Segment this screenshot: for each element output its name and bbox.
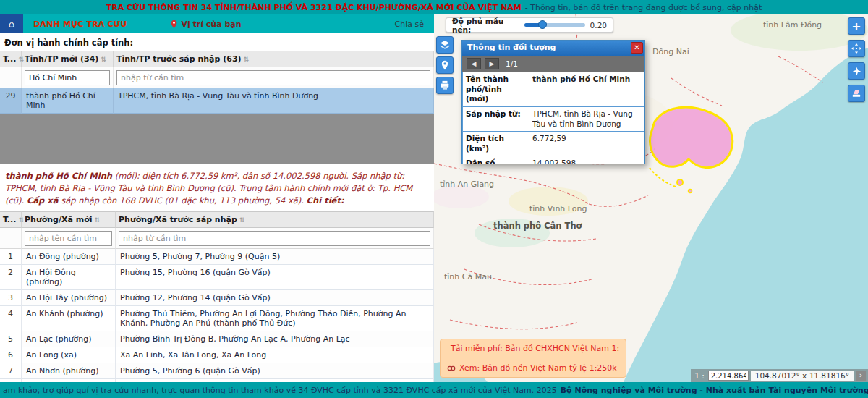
popup-title-bar[interactable]: Thông tin đối tượng ✕: [462, 41, 644, 56]
ward-col-old[interactable]: Phường/Xã trước sáp nhập ⇅: [116, 211, 434, 228]
map-toolbar-left: [436, 36, 454, 94]
print-button[interactable]: [436, 77, 454, 94]
province-filter-new-input[interactable]: [25, 70, 110, 85]
locate-button[interactable]: [436, 56, 454, 74]
popup-next-button[interactable]: ▶: [485, 58, 499, 69]
ward-filter-new-input[interactable]: [25, 231, 112, 246]
province-row-selected[interactable]: 29 thành phố Hồ Chí Minh TPHCM, tỉnh Bà …: [0, 88, 434, 114]
province-table-header: T... ⇅ Tỉnh/TP mới (34) ⇅ Tỉnh/TP trước …: [0, 51, 434, 67]
nav-menu-link[interactable]: DANH MỤC TRA CỨU: [33, 20, 127, 29]
popup-close-button[interactable]: ✕: [631, 42, 643, 54]
page-subtitle: - Thông tin, bản đồ trên trang đang được…: [525, 3, 762, 12]
my-location-link[interactable]: Vị trí của bạn: [170, 20, 241, 29]
opacity-slider-handle[interactable]: [538, 20, 547, 29]
sort-icon: ⇅: [95, 216, 101, 224]
map-label-vinh-long: tỉnh Vĩnh Long: [529, 204, 587, 213]
clear-button[interactable]: [848, 85, 865, 102]
popup-pager: ◀ ▶ 1/1: [462, 56, 644, 72]
panel-nav-bar: ⌂ DANH MỤC TRA CỨU Vị trí của bạn Chia s…: [0, 14, 434, 33]
province-col-stt[interactable]: T... ⇅: [0, 51, 22, 67]
province-col-old[interactable]: Tỉnh/TP trước sáp nhập (63) ⇅: [114, 51, 434, 67]
plus-icon: +: [851, 20, 861, 33]
table-empty-area: [0, 114, 434, 164]
next-icon: ▶: [490, 60, 495, 67]
ward-filter-old-input[interactable]: [119, 231, 430, 246]
location-pin-icon: [170, 20, 178, 29]
ward-rows: 1 An Đông (phường) Phường 5, Phường 7, P…: [0, 249, 434, 382]
map-toolbar-right: +: [848, 17, 865, 102]
basemap-opacity-control: Độ phủ mầu nền: 0.20: [446, 17, 613, 33]
ward-table-header: T... ⇅ Phường/Xã mới ⇅ Phường/Xã trước s…: [0, 211, 434, 228]
province-table: T... ⇅ Tỉnh/TP mới (34) ⇅ Tỉnh/TP trước …: [0, 51, 434, 114]
popup-row: Sáp nhập từ: TPHCM, tỉnh Bà Rịa - Vũng T…: [463, 106, 644, 131]
status-bar: am khảo; trợ giúp quí vị tra cứu nhanh, …: [0, 382, 868, 398]
province-col-new[interactable]: Tỉnh/TP mới (34) ⇅: [22, 51, 114, 67]
ward-col-stt[interactable]: T... ⇅: [0, 211, 22, 228]
pan-button[interactable]: [848, 40, 865, 57]
ward-col-new[interactable]: Phường/Xã mới ⇅: [22, 211, 116, 228]
popup-page-indicator: 1/1: [506, 59, 518, 68]
download-map-link[interactable]: Tải miễn phí: Bản đồ CHXHCN Việt Nam 1:6…: [447, 344, 619, 353]
expand-panel-button[interactable]: ›: [856, 371, 866, 381]
layers-button[interactable]: [436, 36, 454, 54]
cursor-coordinates: 104.87012° x 11.81816°: [751, 371, 854, 381]
ward-row[interactable]: 4 An Khánh (phường) Phường Thủ Thiêm, Ph…: [0, 306, 434, 331]
map-label-can-tho: thành phố Cần Thơ: [493, 221, 583, 231]
map-container: tỉnh Lâm Đồng Đồng Nai tỉnh An Giang tỉn…: [434, 14, 868, 382]
ward-table: T... ⇅ Phường/Xã mới ⇅ Phường/Xã trước s…: [0, 211, 434, 382]
map-label-lam-dong: tỉnh Lâm Đồng: [763, 20, 822, 30]
eraser-icon: [851, 88, 861, 98]
map-label-an-giang: tỉnh An Giang: [440, 179, 494, 189]
scale-coordinate-bar: 1 : 104.87012° x 11.81816° ›: [691, 369, 868, 382]
selected-island: [689, 190, 692, 193]
province-section-title: Đơn vị hành chính cấp tỉnh:: [0, 33, 434, 51]
ward-row[interactable]: 7 An Nhơn (phường) Phường 5, Phường 6 (q…: [0, 363, 434, 379]
ward-row[interactable]: 2 An Hội Đông (phường) Phường 15, Phường…: [0, 265, 434, 290]
ward-row[interactable]: 5 An Lạc (phường) Phường Bình Trị Đông B…: [0, 331, 434, 347]
app-window: TRA CỨU THÔNG TIN 34 TỈNH/THÀNH PHỐ VÀ 3…: [0, 0, 868, 398]
move-arrows-icon: [851, 43, 861, 54]
view-basemap-link[interactable]: Xem: Bản đồ nền Việt Nam tỷ lệ 1:250k: [447, 363, 619, 373]
zoom-in-button[interactable]: +: [848, 17, 865, 35]
scale-prefix: 1 :: [693, 371, 706, 380]
map-pin-icon: [441, 60, 449, 70]
layers-icon: [440, 40, 450, 50]
home-button[interactable]: ⌂: [0, 14, 23, 33]
selected-island: [677, 179, 683, 185]
ward-row[interactable]: 6 An Long (xã) Xã An Linh, Xã Tân Long, …: [0, 347, 434, 363]
share-link[interactable]: Chia sẻ: [395, 20, 424, 29]
opacity-slider[interactable]: [524, 23, 585, 27]
province-summary-text: thành phố Hồ Chí Minh (mới): diện tích 6…: [0, 164, 434, 211]
province-filter-blank: [0, 67, 22, 88]
sort-icon: ⇅: [18, 56, 24, 63]
download-links-box: Tải miễn phí: Bản đồ CHXHCN Việt Nam 1:6…: [440, 339, 626, 378]
popup-row: Diện tích (km²) 6.772,59: [463, 132, 644, 156]
sort-icon: ⇅: [18, 216, 24, 224]
province-filter-old-input[interactable]: [116, 70, 430, 85]
popup-prev-button[interactable]: ◀: [467, 58, 481, 69]
map-label-ca-mau: tỉnh Cà Mau: [444, 272, 492, 281]
popup-title: Thông tin đối tượng: [467, 43, 556, 52]
star-icon: [852, 67, 861, 76]
opacity-label: Độ phủ mầu nền:: [452, 17, 519, 34]
ward-row[interactable]: 1 An Đông (phường) Phường 5, Phường 7, P…: [0, 249, 434, 265]
popup-attribute-table: Tên thành phố/tỉnh (mới) thành phố Hồ Ch…: [462, 72, 644, 164]
lookup-panel: ⌂ DANH MỤC TRA CỨU Vị trí của bạn Chia s…: [0, 14, 434, 382]
ward-filter-row: [0, 228, 434, 249]
ward-row[interactable]: 3 An Hội Tây (phường) Phường 12, Phường …: [0, 290, 434, 306]
close-icon: ✕: [634, 43, 639, 51]
sort-icon: ⇅: [239, 216, 245, 224]
province-filter-row: [0, 67, 434, 88]
status-text: am khảo; trợ giúp quí vị tra cứu nhanh, …: [3, 386, 557, 395]
scale-input[interactable]: [708, 371, 749, 381]
sort-icon: ⇅: [101, 56, 106, 63]
popup-row: Tên thành phố/tỉnh (mới) thành phố Hồ Ch…: [463, 72, 644, 107]
printer-icon: [440, 80, 450, 90]
extent-button[interactable]: [848, 62, 865, 80]
chevron-right-icon: ›: [859, 371, 862, 380]
top-title-bar: TRA CỨU THÔNG TIN 34 TỈNH/THÀNH PHỐ VÀ 3…: [0, 0, 868, 14]
home-icon: ⌂: [9, 18, 15, 30]
sort-icon: ⇅: [244, 56, 250, 63]
my-location-label: Vị trí của bạn: [181, 20, 241, 29]
popup-row: Dân số (người) 14.002.598: [463, 156, 644, 164]
